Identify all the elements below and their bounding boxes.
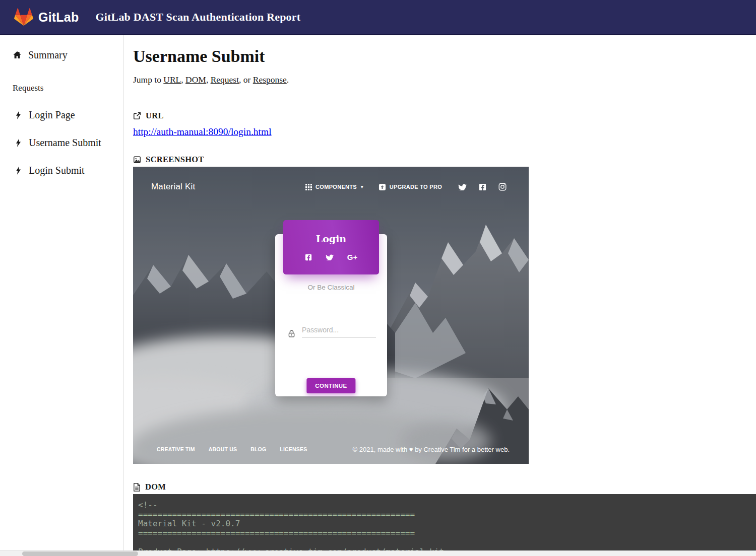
shot-login-title: Login (283, 233, 379, 244)
lock-icon (287, 329, 296, 338)
jump-text: Jump to (133, 75, 163, 85)
image-icon (133, 156, 141, 164)
chevron-down-icon: ▾ (361, 184, 363, 189)
shot-password-field (287, 326, 376, 338)
jump-text: . (287, 75, 289, 85)
sidebar-item-login-submit[interactable]: Login Submit (13, 164, 123, 177)
shot-password-input (302, 326, 376, 338)
brand-name: GitLab (38, 10, 79, 25)
facebook-icon (479, 183, 486, 191)
external-link-icon (133, 112, 141, 120)
shot-upgrade-label: UPGRADE TO PRO (390, 184, 442, 190)
bolt-icon (16, 111, 21, 119)
requests-heading: Requests (13, 83, 123, 94)
code-line: Material Kit - v2.0.7 (138, 519, 751, 529)
sidebar-item-label: Username Submit (29, 136, 101, 149)
shot-footer-link: LICENSES (280, 446, 307, 452)
shot-components-menu: COMPONENTS ▾ (305, 184, 363, 190)
shot-copyright: © 2021, made with ♥ by Creative Tim for … (353, 446, 510, 453)
upgrade-icon (379, 183, 386, 191)
url-heading: URL (146, 111, 164, 121)
jump-link-dom[interactable]: DOM (185, 75, 206, 85)
grid-icon (305, 184, 312, 190)
google-plus-icon: G+ (347, 253, 357, 261)
shot-footer: CREATIVE TIM ABOUT US BLOG LICENSES © 20… (133, 435, 529, 464)
scrollbar-thumb[interactable] (22, 551, 138, 556)
page-title: Username Submit (133, 46, 756, 66)
jump-links: Jump to URL, DOM, Request, or Response. (133, 74, 756, 86)
shot-or-be-classical: Or Be Classical (275, 284, 387, 291)
report-title: GitLab DAST Scan Authentication Report (95, 11, 300, 24)
shot-login-card-header: Login G+ (283, 220, 379, 274)
shot-upgrade-link: UPGRADE TO PRO (379, 183, 442, 191)
jump-text: , (181, 75, 185, 85)
twitter-icon (326, 254, 334, 260)
bolt-icon (16, 166, 21, 175)
shot-login-card: Login G+ Or Be Classic (275, 234, 387, 396)
shot-footer-link: BLOG (250, 446, 266, 452)
jump-link-response[interactable]: Response (253, 75, 287, 85)
sidebar-item-label: Login Submit (29, 164, 85, 177)
code-line (138, 538, 751, 547)
screenshot-heading: SCREENSHOT (146, 155, 204, 165)
sidebar-item-username-submit[interactable]: Username Submit (13, 136, 123, 149)
target-url-link[interactable]: http://auth-manual:8090/login.html (133, 125, 272, 138)
instagram-icon (498, 183, 507, 191)
shot-navbar: Material Kit COMPONEN (133, 167, 529, 207)
screenshot-section: SCREENSHOT (133, 155, 756, 464)
jump-link-url[interactable]: URL (163, 75, 181, 85)
jump-text: , or (239, 75, 253, 85)
document-icon (133, 483, 141, 492)
url-section: URL http://auth-manual:8090/login.html (133, 111, 756, 138)
twitter-icon (458, 183, 467, 190)
shot-footer-link: CREATIVE TIM (157, 446, 195, 452)
jump-link-request[interactable]: Request (211, 75, 239, 85)
sidebar-item-login-page[interactable]: Login Page (13, 108, 123, 121)
shot-footer-link: ABOUT US (209, 446, 237, 452)
main-content: Username Submit Jump to URL, DOM, Reques… (124, 35, 756, 556)
sidebar-item-label: Login Page (29, 108, 75, 121)
screenshot-image: Material Kit COMPONEN (133, 167, 529, 464)
shot-continue-button: CONTINUE (306, 378, 355, 393)
horizontal-scrollbar[interactable] (0, 550, 756, 556)
gitlab-logo-icon (14, 8, 34, 27)
sidebar-item-label: Summary (28, 48, 68, 61)
dom-section: DOM <!-- ===============================… (133, 482, 756, 556)
bolt-icon (16, 138, 21, 147)
dom-code-block: <!-- ===================================… (133, 494, 756, 556)
facebook-icon (305, 254, 312, 261)
page: GitLab GitLab DAST Scan Authentication R… (0, 0, 756, 556)
code-line: <!-- (138, 501, 751, 510)
sidebar: Summary Requests Login Page Username Sub… (0, 35, 124, 556)
dom-heading: DOM (145, 482, 166, 492)
shot-brand: Material Kit (151, 182, 195, 192)
code-line: ========================================… (138, 529, 751, 538)
shot-components-label: COMPONENTS (316, 184, 357, 190)
home-icon (13, 50, 22, 59)
sidebar-item-summary[interactable]: Summary (13, 48, 123, 61)
code-line: ========================================… (138, 510, 751, 520)
app-header: GitLab GitLab DAST Scan Authentication R… (0, 0, 756, 35)
jump-text: , (206, 75, 211, 85)
